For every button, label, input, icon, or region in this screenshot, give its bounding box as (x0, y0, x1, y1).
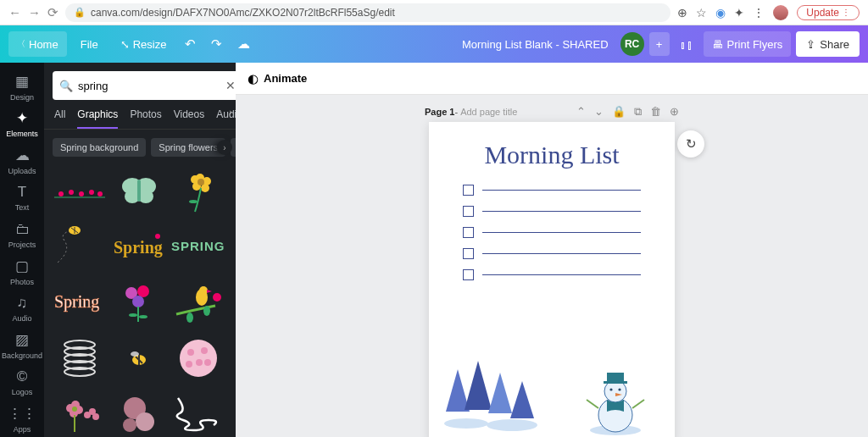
profile-avatar[interactable] (773, 5, 788, 20)
checklist-line[interactable] (482, 253, 641, 254)
puzzle-icon[interactable]: ✦ (734, 6, 744, 19)
chip-spring-flowers[interactable]: Spring flowers (151, 138, 225, 157)
tab-graphics[interactable]: Graphics (77, 108, 118, 129)
graphic-flower-row[interactable] (53, 165, 107, 216)
rail-design[interactable]: ▦Design (0, 69, 44, 105)
undo-button[interactable]: ↶ (180, 36, 201, 52)
reload-button[interactable]: ⟳ (47, 5, 58, 20)
add-collaborator-button[interactable]: + (649, 32, 670, 56)
graphic-spring-script[interactable]: Spring (53, 277, 107, 328)
checklist-row[interactable] (463, 269, 641, 280)
search-box[interactable]: 🔍 ✕ ☰ (53, 71, 259, 100)
star-icon[interactable]: ☆ (696, 6, 707, 19)
svg-text:Spring: Spring (114, 238, 163, 257)
rail-text[interactable]: TText (0, 180, 44, 216)
graphic-spiral[interactable] (53, 333, 107, 384)
rail-logos[interactable]: ©Logos (0, 365, 44, 401)
svg-line-76 (587, 400, 598, 408)
svg-marker-64 (488, 373, 512, 413)
rail-uploads[interactable]: ☁Uploads (0, 143, 44, 179)
checkbox-icon[interactable] (463, 248, 474, 259)
user-avatar[interactable]: RC (620, 32, 644, 56)
install-icon[interactable]: ⊕ (677, 6, 687, 19)
checklist-line[interactable] (482, 211, 641, 212)
print-button[interactable]: 🖶 Print Flyers (704, 31, 792, 57)
svg-marker-63 (465, 361, 492, 410)
update-button[interactable]: Update⋮ (797, 5, 860, 20)
graphic-cherry-blossom[interactable] (171, 333, 225, 384)
svg-text:Spring: Spring (54, 292, 99, 312)
checkbox-icon[interactable] (463, 227, 474, 238)
animate-button[interactable]: Animate (264, 72, 307, 85)
graphic-bouquet[interactable] (112, 277, 166, 328)
resize-menu[interactable]: ⤡ Resize (112, 38, 175, 51)
forward-button[interactable]: → (28, 5, 41, 19)
chips-scroll-right[interactable]: › (217, 140, 232, 155)
back-button[interactable]: ← (8, 5, 21, 19)
analytics-icon[interactable]: ⫾⫿ (675, 37, 698, 52)
rail-elements[interactable]: ✦Elements (0, 107, 44, 142)
design-icon: ▦ (15, 73, 29, 91)
lock-page-icon[interactable]: 🔒 (612, 105, 626, 119)
checkbox-icon[interactable] (463, 206, 474, 217)
checkbox-icon[interactable] (463, 269, 474, 280)
cloud-sync-icon[interactable]: ☁ (232, 36, 255, 52)
svg-point-0 (58, 191, 64, 196)
tab-all[interactable]: All (54, 108, 65, 129)
rail-background[interactable]: ▨Background (0, 328, 44, 363)
graphic-yellow-flower[interactable] (171, 165, 225, 216)
add-page-icon[interactable]: ⊕ (670, 105, 679, 119)
graphic-spring-text-gold[interactable]: Spring (112, 221, 166, 272)
graphic-squiggle[interactable] (171, 389, 225, 437)
menu-dots-icon[interactable]: ⋮ (753, 6, 765, 19)
extension-icon[interactable]: ◉ (715, 6, 726, 19)
search-input[interactable] (78, 80, 220, 92)
graphic-spring-text-green[interactable]: SPRING (171, 221, 225, 272)
tab-photos[interactable]: Photos (130, 108, 161, 129)
svg-point-44 (131, 351, 139, 357)
clear-search-button[interactable]: ✕ (225, 79, 236, 92)
svg-point-55 (72, 407, 77, 412)
checklist-row[interactable] (463, 206, 641, 217)
page-up-icon[interactable]: ⌃ (576, 105, 586, 119)
home-button[interactable]: 〈 Home (8, 31, 67, 57)
design-page[interactable]: Morning List (429, 122, 675, 437)
heading-text[interactable]: Morning List (429, 122, 675, 169)
tab-videos[interactable]: Videos (174, 108, 204, 129)
graphic-bird-branch[interactable] (171, 277, 225, 328)
checklist-row[interactable] (463, 227, 641, 238)
undo-fab[interactable]: ↻ (677, 130, 704, 158)
duplicate-page-icon[interactable]: ⧉ (634, 105, 642, 119)
share-button[interactable]: ⇪ Share (796, 31, 860, 57)
checklist[interactable] (463, 185, 641, 280)
graphic-circles[interactable] (112, 389, 166, 437)
rail-photos[interactable]: ▢Photos (0, 254, 44, 290)
checklist-line[interactable] (482, 190, 641, 191)
winter-illustration[interactable] (441, 352, 659, 437)
suggestion-chips: Spring backgroundSpring flowersEaster› (44, 130, 236, 165)
lock-icon: 🔒 (74, 7, 86, 18)
checklist-row[interactable] (463, 248, 641, 259)
chip-spring-background[interactable]: Spring background (53, 138, 146, 157)
checklist-line[interactable] (482, 274, 641, 275)
tabs-scroll-right[interactable]: › (229, 107, 232, 117)
redo-button[interactable]: ↷ (206, 36, 227, 52)
checkbox-icon[interactable] (463, 185, 474, 196)
address-bar[interactable]: 🔒 canva.com/design/DAFX7NO0Amc/ZXKO2N07r… (65, 3, 670, 22)
graphic-pink-flowers[interactable] (53, 389, 107, 437)
delete-page-icon[interactable]: 🗑 (650, 105, 661, 119)
graphic-butterfly[interactable] (112, 165, 166, 216)
svg-point-17 (189, 200, 198, 203)
graphic-bee-path[interactable] (53, 221, 107, 272)
graphic-small-bee[interactable] (112, 333, 166, 384)
document-title[interactable]: Morning List Blank - SHARED (462, 38, 609, 51)
page-down-icon[interactable]: ⌄ (594, 105, 604, 119)
rail-apps[interactable]: ⋮⋮Apps (0, 401, 44, 437)
checklist-row[interactable] (463, 185, 641, 196)
page-title-input[interactable]: Add page title (460, 107, 517, 117)
rail-projects[interactable]: 🗀Projects (0, 217, 44, 252)
file-menu[interactable]: File (72, 38, 107, 51)
rail-audio[interactable]: ♫Audio (0, 291, 44, 327)
apps-icon: ⋮⋮ (8, 405, 36, 423)
checklist-line[interactable] (482, 232, 641, 233)
